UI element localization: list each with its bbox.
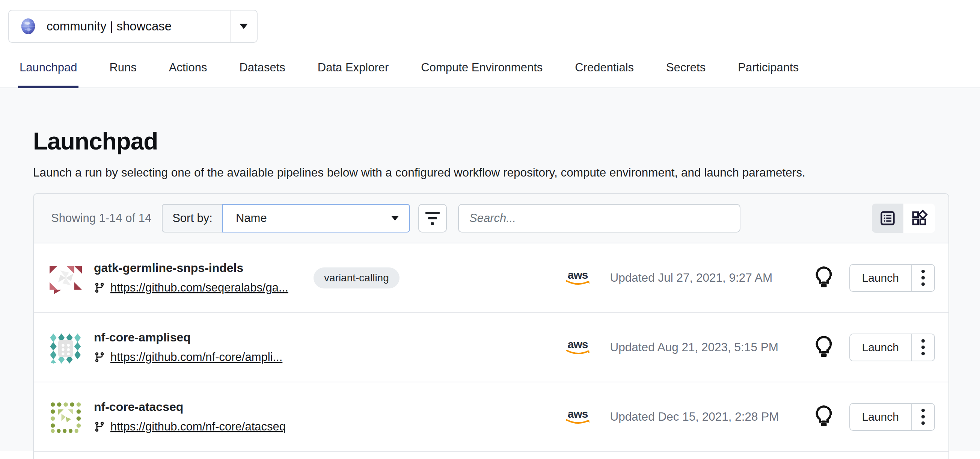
launch-split-button: Launch xyxy=(850,264,935,292)
launch-split-button: Launch xyxy=(850,403,935,431)
pipeline-avatar xyxy=(49,331,82,363)
pipeline-info: gatk-germline-snps-indels https://github… xyxy=(94,261,313,295)
main-content: Launchpad Launch a run by selecting one … xyxy=(0,88,980,451)
tab-credentials[interactable]: Credentials xyxy=(573,59,635,88)
grid-view-button[interactable] xyxy=(904,204,935,233)
launch-button[interactable]: Launch xyxy=(850,334,911,360)
row-menu-button[interactable] xyxy=(911,265,934,291)
pipeline-info: nf-core-ampliseq https://github.com/nf-c… xyxy=(94,330,313,364)
view-toggle xyxy=(872,204,935,233)
pipeline-name: nf-core-ampliseq xyxy=(94,330,313,344)
updated-timestamp: Updated Aug 21, 2023, 5:15 PM xyxy=(610,340,808,354)
pipeline-avatar xyxy=(49,401,82,433)
kebab-icon xyxy=(921,270,925,273)
aws-logo: aws xyxy=(564,409,591,425)
quick-launch-icon[interactable] xyxy=(814,405,834,429)
launch-split-button: Launch xyxy=(850,333,935,361)
sort-by-label: Sort by: xyxy=(162,204,222,233)
row-menu-button[interactable] xyxy=(911,404,934,430)
pipeline-name: nf-core-atacseq xyxy=(94,400,313,414)
pipeline-tag-badge: variant-calling xyxy=(313,268,399,288)
tab-launchpad[interactable]: Launchpad xyxy=(18,59,78,88)
launch-button[interactable]: Launch xyxy=(850,265,911,291)
pipeline-row: nf-core-atacseq https://github.com/nf-co… xyxy=(34,382,948,452)
list-view-icon xyxy=(879,210,896,226)
tab-compute-environments[interactable]: Compute Environments xyxy=(419,59,544,88)
tab-actions[interactable]: Actions xyxy=(167,59,209,88)
updated-timestamp: Updated Dec 15, 2021, 2:28 PM xyxy=(610,410,808,424)
pipelines-card: Showing 1-14 of 14 Sort by: Name xyxy=(33,193,949,459)
aws-logo: aws xyxy=(564,339,591,355)
workspace-selector-main[interactable]: community | showcase xyxy=(9,11,230,42)
grid-view-icon xyxy=(910,210,928,227)
tab-data-explorer[interactable]: Data Explorer xyxy=(316,59,390,88)
results-count: Showing 1-14 of 14 xyxy=(51,212,151,225)
sort-control: Sort by: Name xyxy=(162,204,410,233)
pipeline-name: gatk-germline-snps-indels xyxy=(94,261,313,275)
kebab-icon xyxy=(921,339,925,343)
launch-button[interactable]: Launch xyxy=(850,404,911,430)
pipeline-repo-link[interactable]: https://github.com/seqeralabs/ga... xyxy=(110,281,288,295)
tab-secrets[interactable]: Secrets xyxy=(665,59,707,88)
pipelines-toolbar: Showing 1-14 of 14 Sort by: Name xyxy=(34,194,948,244)
git-branch-icon xyxy=(94,281,105,294)
chevron-down-icon xyxy=(391,216,399,220)
globe-icon xyxy=(19,18,37,35)
pipeline-avatar xyxy=(49,262,82,294)
pipeline-repo-link[interactable]: https://github.com/nf-core/atacseq xyxy=(110,420,286,434)
filter-icon xyxy=(425,212,440,214)
pipeline-repo-link[interactable]: https://github.com/nf-core/ampli... xyxy=(110,351,282,364)
row-menu-button[interactable] xyxy=(911,334,934,360)
page-description: Launch a run by selecting one of the ava… xyxy=(33,166,949,180)
tab-runs[interactable]: Runs xyxy=(108,59,138,88)
filter-button[interactable] xyxy=(418,204,447,233)
git-branch-icon xyxy=(94,420,105,433)
workspace-dropdown-button[interactable] xyxy=(230,11,257,42)
page-title: Launchpad xyxy=(33,88,949,155)
search-input[interactable] xyxy=(458,204,740,233)
pipeline-row: nf-core-ampliseq https://github.com/nf-c… xyxy=(34,313,948,382)
list-view-button[interactable] xyxy=(872,204,904,233)
git-branch-icon xyxy=(94,351,105,363)
quick-launch-icon[interactable] xyxy=(814,266,834,290)
workspace-tabs: Launchpad Runs Actions Datasets Data Exp… xyxy=(0,59,980,88)
updated-timestamp: Updated Jul 27, 2021, 9:27 AM xyxy=(610,271,808,285)
quick-launch-icon[interactable] xyxy=(814,335,834,360)
aws-logo: aws xyxy=(564,270,591,286)
sort-selected-value: Name xyxy=(236,212,267,225)
tab-datasets[interactable]: Datasets xyxy=(238,59,286,88)
workspace-selector[interactable]: community | showcase xyxy=(8,10,258,43)
chevron-down-icon xyxy=(240,24,248,29)
pipeline-row: gatk-germline-snps-indels https://github… xyxy=(34,244,948,313)
sort-select[interactable]: Name xyxy=(222,204,410,233)
pipeline-info: nf-core-atacseq https://github.com/nf-co… xyxy=(94,400,313,434)
workspace-name: community | showcase xyxy=(46,19,172,33)
tab-participants[interactable]: Participants xyxy=(736,59,800,88)
kebab-icon xyxy=(921,409,925,412)
header: community | showcase Launchpad Runs Acti… xyxy=(0,0,980,88)
